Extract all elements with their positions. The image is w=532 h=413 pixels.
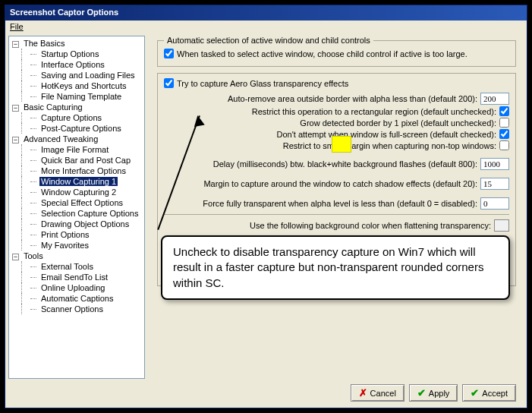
tree-item[interactable]: Interface Options	[11, 59, 143, 70]
tree-label[interactable]: More Interface Options	[39, 166, 127, 175]
tree-label[interactable]: Print Options	[39, 230, 91, 239]
tree-label[interactable]: Email SendTo List	[39, 273, 109, 282]
tree-label[interactable]: HotKeys and Shortcuts	[39, 81, 128, 90]
input-alpha-threshold[interactable]	[480, 93, 509, 105]
tree-item[interactable]: Online Uploading	[11, 282, 143, 293]
tree-label[interactable]: Basic Capturing	[22, 102, 84, 112]
tree-label[interactable]: The Basics	[22, 39, 66, 48]
tree-item[interactable]: Quick Bar and Post Cap	[11, 155, 143, 166]
tree-item[interactable]: Drawing Object Options	[11, 219, 143, 229]
input-margin[interactable]	[480, 178, 509, 190]
tree-item[interactable]: Scanner Options	[11, 304, 143, 314]
label-grow-border: Grow detected border by 1 pixel (default…	[300, 118, 496, 128]
checkbox-grow-border[interactable]	[499, 118, 509, 128]
label-alpha-threshold: Auto-remove area outside border with alp…	[228, 94, 477, 103]
tree-label[interactable]: Special Effect Options	[39, 198, 124, 207]
label-margin: Margin to capture around the window to c…	[203, 179, 477, 188]
tree-label[interactable]: Interface Options	[39, 60, 106, 69]
input-force-transparent[interactable]	[480, 197, 509, 210]
apply-button[interactable]: ✔Apply	[409, 384, 458, 402]
tree-label[interactable]: Quick Bar and Post Cap	[39, 156, 132, 165]
tree-toggle-icon[interactable]: −	[12, 137, 19, 143]
tree-toggle-icon[interactable]: −	[12, 105, 19, 112]
x-icon: ✗	[359, 387, 367, 399]
checkbox-restrict-rect[interactable]	[499, 106, 509, 116]
tree-item[interactable]: Capture Options	[11, 112, 143, 123]
label-force-transparent: Force fully transparent when alpha level…	[203, 199, 477, 208]
nav-tree[interactable]: −The BasicsStartup OptionsInterface Opti…	[8, 36, 145, 379]
tree-item[interactable]: −The Basics	[11, 38, 143, 49]
label-restrict-rect: Restrict this operation to a rectangular…	[252, 107, 496, 116]
button-bar: ✗Cancel ✔Apply ✔Accept	[351, 384, 516, 402]
tree-label[interactable]: File Naming Template	[39, 92, 123, 101]
tree-item[interactable]: Startup Options	[11, 49, 143, 59]
tree-label[interactable]: External Tools	[39, 262, 95, 271]
cancel-button[interactable]: ✗Cancel	[351, 384, 405, 402]
group-title: Automatic selection of active window and…	[164, 36, 373, 45]
tree-label[interactable]: Scanner Options	[39, 304, 105, 314]
tree-item[interactable]: Window Capturing 1	[11, 176, 143, 187]
apply-label: Apply	[429, 389, 450, 398]
group-auto-selection: Automatic selection of active window and…	[157, 40, 516, 67]
accept-button[interactable]: ✔Accept	[462, 384, 516, 402]
tree-item[interactable]: Post-Capture Options	[11, 123, 143, 134]
tree-label[interactable]: Automatic Captions	[39, 294, 115, 303]
tree-item[interactable]: HotKeys and Shortcuts	[11, 80, 143, 91]
tree-item[interactable]: Image File Format	[11, 144, 143, 155]
label-bg-color: Use the following background color when …	[250, 221, 491, 230]
label-aero-glass: Try to capture Aero Glass transparency e…	[177, 79, 348, 88]
check-icon: ✔	[417, 387, 426, 399]
label-small-margin: Restrict to small margin when capturing …	[283, 141, 496, 150]
checkbox-aero-glass[interactable]	[164, 78, 174, 88]
color-swatch[interactable]	[494, 219, 509, 232]
input-delay[interactable]	[480, 158, 509, 170]
menu-file[interactable]: File	[10, 22, 24, 31]
checkbox-skip-fullscreen[interactable]	[499, 129, 509, 139]
tree-label[interactable]: Online Uploading	[39, 283, 106, 292]
tree-item[interactable]: Print Options	[11, 229, 143, 240]
tree-item[interactable]: External Tools	[11, 261, 143, 272]
tree-toggle-icon[interactable]: −	[12, 41, 19, 48]
tree-toggle-icon[interactable]: −	[12, 254, 19, 260]
tree-label[interactable]: Capture Options	[39, 113, 103, 122]
tree-item[interactable]: My Favorites	[11, 240, 143, 251]
tree-item[interactable]: −Tools	[11, 251, 143, 261]
tree-label[interactable]: Advanced Tweaking	[22, 134, 99, 143]
menubar: File	[5, 20, 527, 33]
tree-label[interactable]: Post-Capture Options	[39, 124, 123, 133]
tree-item[interactable]: −Basic Capturing	[11, 102, 143, 112]
annotation-callout: Uncheck to disable transparency capture …	[161, 235, 510, 300]
tree-item[interactable]: Saving and Loading Files	[11, 70, 143, 80]
accept-label: Accept	[482, 389, 508, 398]
tree-item[interactable]: Email SendTo List	[11, 272, 143, 282]
tree-item[interactable]: Window Capturing 2	[11, 187, 143, 197]
label-skip-fullscreen: Don't attempt when window is full-screen…	[277, 130, 496, 139]
titlebar: Screenshot Captor Options	[5, 5, 527, 20]
cancel-label: Cancel	[370, 389, 396, 398]
tree-item[interactable]: Special Effect Options	[11, 197, 143, 208]
tree-label[interactable]: Window Capturing 1	[39, 177, 118, 186]
tree-item[interactable]: More Interface Options	[11, 166, 143, 176]
label-child-control: When tasked to select active window, cho…	[177, 49, 467, 58]
tree-item[interactable]: Automatic Captions	[11, 293, 143, 304]
label-delay: Delay (milliseconds) btw. black+white ba…	[213, 159, 477, 169]
tree-item[interactable]: File Naming Template	[11, 91, 143, 102]
tree-label[interactable]: Image File Format	[39, 145, 110, 154]
tree-label[interactable]: Saving and Loading Files	[39, 71, 137, 80]
check-icon: ✔	[471, 387, 479, 399]
tree-label[interactable]: My Favorites	[39, 241, 90, 250]
tree-label[interactable]: Drawing Object Options	[39, 219, 131, 229]
settings-panel: Automatic selection of active window and…	[150, 36, 524, 379]
checkbox-child-control[interactable]	[164, 49, 174, 58]
tree-label[interactable]: Tools	[22, 251, 45, 260]
tree-label[interactable]: Selection Capture Options	[39, 209, 140, 218]
checkbox-small-margin[interactable]	[499, 140, 509, 150]
highlight-marker	[332, 136, 351, 153]
tree-label[interactable]: Startup Options	[39, 49, 100, 58]
options-window: Screenshot Captor Options File −The Basi…	[5, 5, 527, 408]
tree-label[interactable]: Window Capturing 2	[39, 188, 118, 197]
tree-item[interactable]: Selection Capture Options	[11, 208, 143, 219]
tree-item[interactable]: −Advanced Tweaking	[11, 134, 143, 144]
